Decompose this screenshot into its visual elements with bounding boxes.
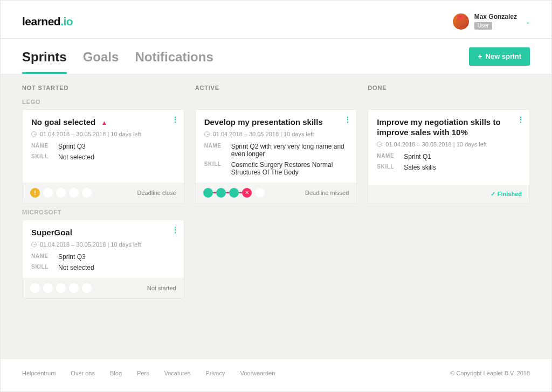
card-menu-icon[interactable]: ⋮ <box>171 115 178 124</box>
footer-links: Helpcentrum Over ons Blog Pers Vacatures… <box>22 370 275 376</box>
card-status: Not started <box>147 285 176 291</box>
progress-dot <box>69 188 79 198</box>
card-name: Sprint Q3 <box>58 253 175 261</box>
label-name: NAME <box>204 143 226 158</box>
card-dateline: 01.04.2018 – 30.05.2018 | 10 days left <box>40 241 141 248</box>
sprint-card[interactable]: ⋮ No goal selected ▲ 01.04.2018 – 30.05.… <box>22 109 184 204</box>
card-dateline: 01.04.2018 – 30.05.2018 | 10 days left <box>40 131 141 137</box>
new-sprint-label: New sprint <box>486 52 521 60</box>
logo-main: learned <box>22 15 60 27</box>
progress-dots: ! <box>30 188 92 198</box>
column-not-started: NOT STARTED <box>22 85 184 91</box>
label-skill: SKILL <box>204 161 226 176</box>
card-name: Sprint Q2 with very very long name and e… <box>231 143 348 158</box>
label-skill: SKILL <box>377 164 398 171</box>
progress-dot <box>56 283 66 293</box>
clock-icon <box>31 242 37 247</box>
card-title: No goal selected <box>31 117 95 127</box>
card-status: Deadline close <box>137 190 176 196</box>
footer-link[interactable]: Privacy <box>205 370 225 376</box>
avatar <box>453 13 469 30</box>
progress-dot <box>82 283 92 293</box>
footer-link[interactable]: Vacatures <box>164 370 191 376</box>
label-name: NAME <box>377 153 398 160</box>
card-menu-icon[interactable]: ⋮ <box>171 226 178 234</box>
progress-dots: ✕ <box>203 188 265 198</box>
tab-goals[interactable]: Goals <box>83 39 119 74</box>
dot-warning-icon: ! <box>30 188 40 198</box>
tab-sprints[interactable]: Sprints <box>22 39 67 74</box>
progress-dot <box>43 283 53 293</box>
footer-link[interactable]: Helpcentrum <box>22 370 56 376</box>
footer-link[interactable]: Blog <box>110 370 122 376</box>
progress-dot <box>30 283 40 293</box>
label-skill: SKILL <box>31 264 53 271</box>
tab-notifications[interactable]: Notifications <box>135 39 213 74</box>
clock-icon <box>31 131 37 137</box>
sprint-card[interactable]: ⋮ SuperGoal 01.04.2018 – 30.05.2018 | 10… <box>22 220 184 299</box>
main-tabs: Sprints Goals Notifications <box>22 39 213 74</box>
progress-dot <box>255 188 265 198</box>
footer-link[interactable]: Over ons <box>71 370 95 376</box>
card-skill: Not selected <box>58 153 175 161</box>
logo-accent: .io <box>60 15 73 27</box>
card-dateline: 01.04.2018 – 30.05.2018 | 10 days left <box>385 141 487 148</box>
clock-icon <box>377 142 382 147</box>
progress-dot <box>82 188 92 198</box>
progress-dot-done <box>216 188 226 198</box>
card-name: Sprint Q3 <box>58 143 175 150</box>
progress-dot <box>56 188 66 198</box>
progress-dot-done <box>203 188 213 198</box>
label-skill: SKILL <box>31 153 53 161</box>
warning-icon: ▲ <box>101 119 107 127</box>
card-status: Deadline missed <box>305 190 349 196</box>
card-menu-icon[interactable]: ⋮ <box>517 115 524 124</box>
card-status: Finished <box>498 191 522 197</box>
column-active: ACTIVE <box>195 85 357 91</box>
check-icon: ✓ <box>491 191 495 198</box>
card-title: Develop my presentation skills <box>204 117 348 128</box>
group-microsoft: MICROSOFT <box>22 209 530 215</box>
sprint-card[interactable]: ⋮ Improve my negotiation skills to impro… <box>368 109 530 204</box>
footer-copyright: © Copyright Leaplet B.V. 2018 <box>450 370 530 376</box>
progress-dot-done <box>229 188 239 198</box>
label-name: NAME <box>31 253 53 261</box>
progress-dot-fail-icon: ✕ <box>242 188 252 198</box>
card-dateline: 01.04.2018 – 30.05.2018 | 10 days left <box>213 131 314 137</box>
progress-dots <box>30 283 92 293</box>
group-lego: LEGO <box>22 99 530 105</box>
clock-icon <box>204 131 210 137</box>
label-name: NAME <box>31 143 53 150</box>
card-skill: Sales skills <box>404 164 521 171</box>
sprint-card[interactable]: ⋮ Develop my presentation skills 01.04.2… <box>195 109 357 204</box>
new-sprint-button[interactable]: + New sprint <box>469 47 530 66</box>
card-menu-icon[interactable]: ⋮ <box>344 115 351 124</box>
card-skill: Cosmetic Surgery Restores Normal Structu… <box>231 161 348 176</box>
plus-icon: + <box>478 52 482 61</box>
user-role-badge: User <box>474 22 492 30</box>
progress-dot <box>43 188 53 198</box>
card-name: Sprint Q1 <box>404 153 521 160</box>
app-logo: learned.io <box>22 15 73 28</box>
chevron-down-icon: ⌄ <box>526 19 530 25</box>
card-skill: Not selected <box>58 264 175 271</box>
user-menu[interactable]: Max Gonzalez User ⌄ <box>453 13 530 30</box>
footer-link[interactable]: Pers <box>137 370 149 376</box>
column-done: DONE <box>368 85 530 91</box>
card-title: SuperGoal <box>31 228 175 238</box>
progress-dot <box>69 283 79 293</box>
user-name: Max Gonzalez <box>474 13 517 21</box>
footer-link[interactable]: Voorwaarden <box>240 370 275 376</box>
card-title: Improve my negotiation skills to improve… <box>377 117 521 138</box>
